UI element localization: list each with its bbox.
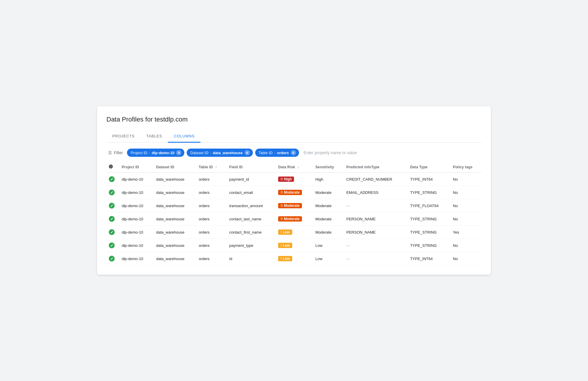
table-row: ✓dlp-demo-10data_warehouseorderscontact_… [106, 186, 482, 199]
risk-badge: !!High [278, 177, 294, 182]
field-id-cell: contact_last_name [226, 212, 275, 226]
check-icon: ✓ [110, 204, 113, 208]
policy-tags-cell: No [450, 186, 482, 199]
check-icon: ✓ [110, 217, 113, 221]
dataset-id-cell: data_warehouse [153, 199, 195, 212]
policy-tags-cell: No [450, 173, 482, 186]
table-id-cell: orders [195, 252, 226, 265]
risk-badge: !!Moderate [278, 203, 302, 208]
tab-bar: PROJECTS TABLES COLUMNS [106, 130, 482, 143]
col-header-risk[interactable]: Data Risk ↓ [275, 162, 312, 173]
risk-icon: ! [280, 230, 282, 234]
status-cell: ✓ [106, 212, 118, 226]
status-cell: ✓ [106, 226, 118, 239]
data-type-cell: TYPE_INT64 [407, 252, 449, 265]
col-header-table[interactable]: Table ID ↑ [195, 162, 226, 173]
risk-icon: ! [280, 257, 282, 260]
tab-projects[interactable]: PROJECTS [106, 130, 141, 143]
check-icon: ✓ [110, 190, 113, 195]
data-risk-cell: !Low [275, 252, 312, 265]
filter-input[interactable] [301, 149, 482, 156]
risk-badge: !!Moderate [278, 216, 302, 222]
risk-icon: !! [280, 177, 283, 181]
policy-tags-cell: No [450, 239, 482, 252]
tab-tables[interactable]: TABLES [141, 130, 168, 143]
infotype-cell: — [343, 199, 407, 212]
dataset-chip-close[interactable]: ✕ [245, 150, 250, 155]
status-cell: ✓ [106, 199, 118, 212]
status-cell: ✓ [106, 186, 118, 199]
col-header-status [106, 162, 118, 173]
table-row: ✓dlp-demo-10data_warehouseorderspayment_… [106, 173, 482, 186]
col-header-dataset: Dataset ID [153, 162, 195, 173]
project-id-cell: dlp-demo-10 [118, 252, 153, 265]
filter-lines-icon: ☰ [108, 150, 112, 155]
dataset-id-cell: data_warehouse [153, 252, 195, 265]
table-row: ✓dlp-demo-10data_warehouseorderscontact_… [106, 226, 482, 239]
sensitivity-cell: Moderate [312, 226, 343, 239]
data-type-cell: TYPE_STRING [407, 212, 449, 226]
project-filter-chip: Project ID : dlp-demo-10 ✕ [127, 149, 184, 157]
project-id-cell: dlp-demo-10 [118, 226, 153, 239]
status-dot: ✓ [109, 256, 115, 262]
table-chip-close[interactable]: ✕ [291, 150, 296, 155]
check-icon: ✓ [110, 243, 113, 248]
dataset-id-cell: data_warehouse [153, 186, 195, 199]
table-header-row: Project ID Dataset ID Table ID ↑ Field I… [106, 162, 482, 173]
risk-badge: !!Moderate [278, 190, 302, 195]
data-type-cell: TYPE_STRING [407, 226, 449, 239]
risk-badge: !Low [278, 243, 292, 248]
status-cell: ✓ [106, 173, 118, 186]
policy-tags-cell: No [450, 252, 482, 265]
policy-tags-cell: No [450, 199, 482, 212]
project-chip-label: Project ID : dlp-demo-10 [131, 151, 174, 155]
filter-bar: ☰ Filter Project ID : dlp-demo-10 ✕ Data… [106, 149, 482, 157]
risk-sort-icon: ↓ [298, 165, 299, 169]
dataset-chip-label: Dataset ID : data_warehouse [190, 151, 243, 155]
policy-tags-cell: Yes [450, 226, 482, 239]
sensitivity-cell: Moderate [312, 212, 343, 226]
status-dot: ✓ [109, 229, 115, 235]
main-card: Data Profiles for testdlp.com PROJECTS T… [97, 106, 491, 275]
check-icon: ✓ [110, 177, 113, 182]
data-table: Project ID Dataset ID Table ID ↑ Field I… [106, 162, 482, 265]
check-icon: ✓ [110, 230, 113, 234]
filter-button[interactable]: ☰ Filter [106, 149, 125, 156]
col-header-field: Field ID [226, 162, 275, 173]
project-chip-close[interactable]: ✕ [176, 150, 181, 155]
field-id-cell: contact_first_name [226, 226, 275, 239]
dataset-filter-chip: Dataset ID : data_warehouse ✕ [187, 149, 253, 157]
status-dot: ✓ [109, 216, 115, 222]
tab-columns[interactable]: COLUMNS [168, 130, 201, 143]
table-row: ✓dlp-demo-10data_warehouseorderstransact… [106, 199, 482, 212]
filter-label: Filter [114, 150, 123, 155]
risk-badge: !Low [278, 256, 292, 261]
table-id-cell: orders [195, 239, 226, 252]
risk-icon: !! [280, 204, 283, 207]
project-id-cell: dlp-demo-10 [118, 212, 153, 226]
risk-icon: !! [280, 217, 283, 221]
status-dot: ✓ [109, 242, 115, 248]
risk-icon: ! [280, 244, 282, 247]
policy-tags-cell: No [450, 212, 482, 226]
status-cell: ✓ [106, 239, 118, 252]
field-id-cell: payment_type [226, 239, 275, 252]
infotype-cell: — [343, 239, 407, 252]
project-id-cell: dlp-demo-10 [118, 239, 153, 252]
risk-badge: !Low [278, 229, 292, 235]
table-row: ✓dlp-demo-10data_warehouseordersid!LowLo… [106, 252, 482, 265]
field-id-cell: transaction_amount [226, 199, 275, 212]
data-risk-cell: !!Moderate [275, 212, 312, 226]
field-id-cell: payment_id [226, 173, 275, 186]
col-header-policy: Policy tags [450, 162, 482, 173]
table-id-cell: orders [195, 173, 226, 186]
field-id-cell: id [226, 252, 275, 265]
sensitivity-cell: Low [312, 239, 343, 252]
status-dot: ✓ [109, 189, 115, 195]
status-dot: ✓ [109, 176, 115, 182]
risk-icon: !! [280, 191, 283, 194]
infotype-cell: EMAIL_ADDRESS [343, 186, 407, 199]
infotype-cell: PERSON_NAME [343, 226, 407, 239]
status-cell: ✓ [106, 252, 118, 265]
data-risk-cell: !!High [275, 173, 312, 186]
